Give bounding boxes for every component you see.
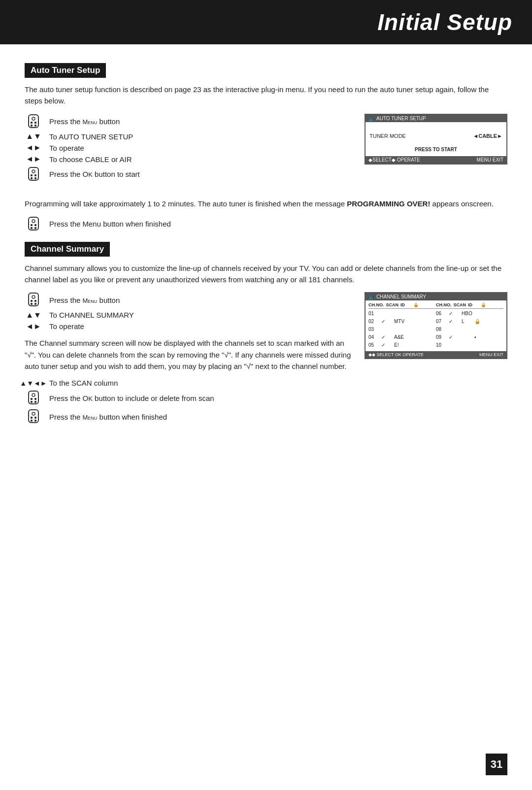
ch-step-2: ▲▼ To CHANNEL SUMMARY bbox=[25, 311, 355, 319]
updown-arrow-icon-1: ▲▼ bbox=[25, 132, 42, 140]
svg-rect-3 bbox=[34, 122, 36, 124]
leftright-arrow-icon-1: ◄► bbox=[25, 144, 42, 152]
auto-tuner-para2-bold: PROGRAMMING OVER! bbox=[347, 199, 430, 208]
main-content: Auto Tuner Setup The auto tuner setup fu… bbox=[0, 44, 532, 460]
ch-header-id2: ID bbox=[468, 302, 479, 307]
auto-tuner-instr-block: Press the Menu button ▲▼ To AUTO TUNER S… bbox=[25, 114, 355, 182]
tv-footer-right: MENU EXIT bbox=[477, 157, 503, 163]
auto-tuner-step-1-text: Press the Menu button bbox=[49, 117, 120, 126]
channel-summary-heading: Channel Summary bbox=[25, 242, 110, 257]
svg-rect-15 bbox=[34, 224, 36, 226]
ch-screen-header: 📺 CHANNEL SUMMARY bbox=[366, 293, 506, 300]
ch-header-chno1: CH.NO. bbox=[368, 302, 384, 307]
auto-tuner-section: Auto Tuner Setup The auto tuner setup fu… bbox=[25, 63, 507, 232]
ch-header-lock2: 🔒 bbox=[481, 302, 487, 307]
svg-point-13 bbox=[32, 220, 35, 223]
auto-tuner-heading: Auto Tuner Setup bbox=[25, 63, 106, 78]
svg-rect-27 bbox=[34, 398, 36, 400]
svg-rect-6 bbox=[29, 167, 38, 180]
channel-summary-steps-screen: Press the Menu button ▲▼ To CHANNEL SUMM… bbox=[25, 292, 507, 431]
auto-tuner-para1: The auto tuner setup function is describ… bbox=[25, 84, 507, 107]
remote-icon-1 bbox=[25, 114, 42, 130]
svg-rect-35 bbox=[34, 420, 36, 422]
remote-icon-finish bbox=[25, 216, 42, 232]
svg-rect-2 bbox=[31, 122, 33, 124]
channel-summary-screen-col: 📺 CHANNEL SUMMARY CH.NO. SCAN ID 🔒 bbox=[365, 292, 507, 359]
auto-tuner-screen: 📺 AUTO TUNER SETUP TUNER MODE ◄CABLE► PR… bbox=[365, 114, 507, 165]
ch-row-05: 05 ✓ E! bbox=[368, 341, 436, 349]
svg-rect-22 bbox=[31, 303, 33, 305]
svg-rect-11 bbox=[34, 177, 36, 179]
auto-tuner-para2-end: appears onscreen. bbox=[430, 199, 493, 208]
ch-row-04: 04 ✓ A&E bbox=[368, 333, 436, 341]
svg-rect-34 bbox=[31, 420, 33, 422]
auto-tuner-step-2-text: To AUTO TUNER SETUP bbox=[49, 132, 133, 141]
ch-col-headers: CH.NO. SCAN ID 🔒 CH.NO. SCAN ID 🔒 bbox=[368, 302, 503, 309]
svg-rect-23 bbox=[34, 303, 36, 305]
tv-icon: 📺 bbox=[368, 116, 374, 121]
ch-row-09: 09 ✓ ▪ bbox=[436, 333, 503, 341]
auto-tuner-step-4: ◄► To choose CABLE or AIR bbox=[25, 155, 355, 164]
svg-rect-0 bbox=[29, 115, 38, 128]
ch-row-08: 08 bbox=[436, 326, 503, 333]
auto-tuner-para2: Programming will take approximately 1 to… bbox=[25, 198, 507, 209]
tv-screen-header: 📺 AUTO TUNER SETUP bbox=[366, 115, 506, 122]
auto-tuner-step-4-text: To choose CABLE or AIR bbox=[49, 155, 132, 164]
svg-rect-18 bbox=[29, 293, 38, 306]
auto-tuner-steps: Press the Menu button ▲▼ To AUTO TUNER S… bbox=[25, 114, 355, 189]
ch-step-2-text: To CHANNEL SUMMARY bbox=[49, 311, 134, 319]
svg-rect-24 bbox=[29, 391, 38, 404]
remote-icon-ch1 bbox=[25, 292, 42, 308]
ch-left-data: 01 02 ✓ MTV bbox=[368, 310, 436, 349]
remote-icon-2 bbox=[25, 166, 42, 182]
ch-tv-icon: 📺 bbox=[368, 294, 374, 299]
ch-header-scan1: SCAN bbox=[386, 302, 399, 307]
tv-screen-title: AUTO TUNER SETUP bbox=[376, 116, 426, 121]
ch-step-1-text: Press the Menu button bbox=[49, 296, 120, 304]
svg-rect-9 bbox=[34, 174, 36, 176]
ch-row-10: 10 bbox=[436, 341, 503, 349]
page-title: Initial Setup bbox=[20, 9, 512, 35]
svg-rect-16 bbox=[31, 227, 33, 229]
channel-summary-instr-block: Press the Menu button ▲▼ To CHANNEL SUMM… bbox=[25, 292, 355, 330]
svg-rect-29 bbox=[34, 401, 36, 403]
ch-data-area: 01 02 ✓ MTV bbox=[368, 310, 503, 349]
channel-summary-tv-screen: 📺 CHANNEL SUMMARY CH.NO. SCAN ID 🔒 bbox=[365, 292, 507, 359]
svg-rect-33 bbox=[34, 417, 36, 419]
ch-header-id1: ID bbox=[400, 302, 411, 307]
tuner-mode-value: ◄CABLE► bbox=[473, 133, 502, 139]
svg-point-31 bbox=[32, 412, 35, 415]
svg-rect-8 bbox=[31, 174, 33, 176]
svg-rect-30 bbox=[29, 410, 38, 423]
ch-screen-body: CH.NO. SCAN ID 🔒 CH.NO. SCAN ID 🔒 bbox=[366, 300, 506, 351]
tv-screen-body: TUNER MODE ◄CABLE► PRESS TO START bbox=[366, 122, 506, 156]
finish-step-text: Press the Menu button when finished bbox=[49, 220, 171, 228]
svg-rect-5 bbox=[34, 125, 36, 127]
svg-rect-12 bbox=[29, 217, 38, 230]
combined-arrow-icon: ▲▼◄► bbox=[25, 379, 42, 387]
tuner-mode-label: TUNER MODE bbox=[369, 133, 406, 139]
ch-steps2-block: ▲▼◄► To the SCAN column bbox=[25, 379, 355, 425]
channel-summary-steps: Press the Menu button ▲▼ To CHANNEL SUMM… bbox=[25, 292, 355, 431]
ch-step2-1: ▲▼◄► To the SCAN column bbox=[25, 379, 355, 387]
ch-row-03: 03 bbox=[368, 326, 436, 333]
auto-tuner-steps-screen: Press the Menu button ▲▼ To AUTO TUNER S… bbox=[25, 114, 507, 189]
title-bar: Initial Setup bbox=[0, 0, 532, 44]
ch-left-headers: CH.NO. SCAN ID 🔒 bbox=[368, 302, 436, 307]
svg-rect-20 bbox=[31, 300, 33, 302]
svg-rect-10 bbox=[31, 177, 33, 179]
svg-point-1 bbox=[32, 117, 35, 120]
ch-step2-3: Press the Menu button when finished bbox=[25, 409, 355, 425]
auto-tuner-step-3-text: To operate bbox=[49, 144, 84, 152]
leftright-arrow-icon-ch: ◄► bbox=[25, 323, 42, 330]
ch-step2-2: Press the OK button to include or delete… bbox=[25, 390, 355, 406]
svg-rect-21 bbox=[34, 300, 36, 302]
ch-row-06: 06 ✓ HBO bbox=[436, 310, 503, 318]
tuner-mode-row: TUNER MODE ◄CABLE► bbox=[369, 132, 502, 140]
ch-header-lock1: 🔒 bbox=[413, 302, 419, 307]
ch-right-headers: CH.NO. SCAN ID 🔒 bbox=[436, 302, 503, 307]
tv-screen-footer: ◆SELECT◆ OPERATE MENU EXIT bbox=[366, 156, 506, 164]
ch-step2-1-text: To the SCAN column bbox=[49, 379, 118, 387]
auto-tuner-tv-screen: 📺 AUTO TUNER SETUP TUNER MODE ◄CABLE► PR… bbox=[365, 114, 507, 165]
ch-step2-2-text: Press the OK button to include or delete… bbox=[49, 394, 214, 402]
